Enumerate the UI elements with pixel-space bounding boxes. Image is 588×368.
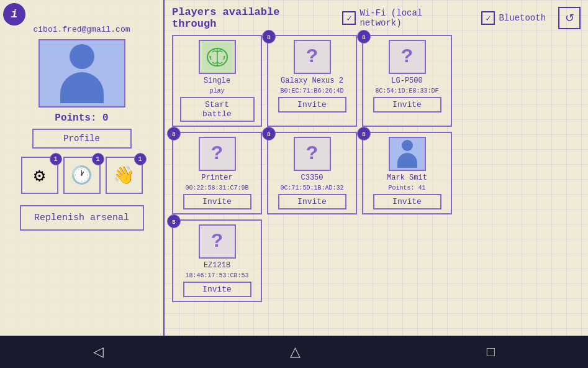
player-card-ez121b: ʙ ? EZ121B 18:46:17:53:CB:53 Invite xyxy=(172,219,262,302)
navigation-bar: ◁ △ □ xyxy=(0,336,588,368)
back-button[interactable]: ◁ xyxy=(81,339,116,365)
bluetooth-option: ✓ Bluetooth xyxy=(481,11,546,25)
bt-badge-lg: ʙ xyxy=(357,30,371,44)
player-card-c3350: ʙ ? C3350 0C:71:5D:1B:AD:32 Invite xyxy=(267,132,357,214)
home-button[interactable]: △ xyxy=(278,339,313,365)
players-grid: Single play Start battle ʙ ? Galaxy Nexu… xyxy=(172,35,581,302)
lg-thumbnail: ? xyxy=(389,40,426,74)
bt-badge-mark: ʙ xyxy=(357,127,371,140)
item-clock[interactable]: 1 🕐 xyxy=(63,157,101,194)
avatar-head xyxy=(70,44,94,69)
wave-icon: 👋 xyxy=(113,165,135,186)
invite-printer-button[interactable]: Invite xyxy=(183,194,251,209)
players-row-1: ʙ ? Printer 00:22:58:31:C7:9B Invite ʙ ?… xyxy=(172,132,581,214)
question-mark-icon: ? xyxy=(211,230,223,253)
bt-badge-ez121b: ʙ xyxy=(167,214,181,228)
ez121b-name: EZ121B xyxy=(204,261,230,270)
ez121b-mac: 18:46:17:53:CB:53 xyxy=(185,272,248,279)
invite-c3350-button[interactable]: Invite xyxy=(278,194,346,209)
c3350-name: C3350 xyxy=(301,173,323,182)
galaxy-thumbnail: ? xyxy=(294,40,331,74)
right-header: Players available through ✓ Wi-Fi (local… xyxy=(172,6,581,30)
refresh-button[interactable]: ↺ xyxy=(558,7,581,29)
person-head xyxy=(402,140,413,151)
person-body xyxy=(397,153,417,168)
players-row-0: Single play Start battle ʙ ? Galaxy Nexu… xyxy=(172,35,581,127)
item-clock-badge: 1 xyxy=(92,153,104,165)
players-row-2: ʙ ? EZ121B 18:46:17:53:CB:53 Invite xyxy=(172,219,581,302)
replenish-arsenal-button[interactable]: Replenish arsenal xyxy=(20,205,144,231)
invite-ez121b-button[interactable]: Invite xyxy=(183,282,251,297)
wifi-option: ✓ Wi-Fi (local network) xyxy=(342,8,469,28)
bt-badge-c3350: ʙ xyxy=(262,127,276,140)
recent-apps-button[interactable]: □ xyxy=(474,339,507,365)
gear-icon: ⚙ xyxy=(34,164,45,187)
c3350-thumbnail: ? xyxy=(294,137,331,171)
printer-thumbnail: ? xyxy=(199,137,236,171)
lg-p500-name: LG-P500 xyxy=(391,76,422,85)
printer-mac: 00:22:58:31:C7:9B xyxy=(185,185,248,191)
ez121b-thumbnail: ? xyxy=(199,224,236,259)
items-row: 1 ⚙ 1 🕐 1 👋 xyxy=(21,157,143,194)
player-card-printer: ʙ ? Printer 00:22:58:31:C7:9B Invite xyxy=(172,132,262,214)
mark-smit-name: Mark Smit xyxy=(387,173,427,182)
email-text: ciboi.fred@gmail.com xyxy=(33,25,130,34)
item-wave-badge: 1 xyxy=(134,153,147,165)
bluetooth-label: Bluetooth xyxy=(499,13,546,23)
player-card-lg-p500: ʙ ? LG-P500 8C:54:1D:E8:33:DF Invite xyxy=(362,35,452,127)
printer-name: Printer xyxy=(201,173,232,182)
bt-badge-galaxy: ʙ xyxy=(262,30,276,44)
info-icon[interactable]: i xyxy=(3,3,25,25)
points-display: Points: 0 xyxy=(55,113,108,124)
galaxy-nexus-mac: B0:EC:71:B6:26:4D xyxy=(280,88,343,94)
single-play-name: Single xyxy=(204,76,230,85)
lg-p500-mac: 8C:54:1D:E8:33:DF xyxy=(375,88,438,94)
mark-smit-thumbnail xyxy=(389,137,426,171)
invite-lg-button[interactable]: Invite xyxy=(373,97,441,113)
question-mark-icon: ? xyxy=(306,142,318,165)
person-avatar xyxy=(397,140,417,168)
item-gear[interactable]: 1 ⚙ xyxy=(21,157,58,194)
item-gear-badge: 1 xyxy=(50,153,62,165)
left-panel: i ciboi.fred@gmail.com Points: 0 Profile… xyxy=(0,0,165,336)
invite-mark-button[interactable]: Invite xyxy=(373,194,441,209)
galaxy-nexus-name: Galaxy Nexus 2 xyxy=(281,76,343,85)
players-title: Players available through xyxy=(172,6,330,30)
clock-icon: 🕐 xyxy=(71,165,93,186)
item-wave[interactable]: 1 👋 xyxy=(106,157,143,194)
avatar-person xyxy=(60,44,104,103)
brain-thumbnail xyxy=(199,40,236,74)
question-mark-icon: ? xyxy=(401,45,413,68)
start-battle-button[interactable]: Start battle xyxy=(180,97,255,122)
wifi-label: Wi-Fi (local network) xyxy=(360,8,469,28)
player-card-galaxy-nexus-2: ʙ ? Galaxy Nexus 2 B0:EC:71:B6:26:4D Inv… xyxy=(267,35,357,127)
right-panel: Players available through ✓ Wi-Fi (local… xyxy=(165,0,588,336)
question-mark-icon: ? xyxy=(211,142,223,165)
bt-badge-printer: ʙ xyxy=(167,127,181,140)
mark-smit-points: Points: 41 xyxy=(388,185,425,191)
player-card-single-play: Single play Start battle xyxy=(172,35,262,127)
wifi-checkbox[interactable]: ✓ xyxy=(342,11,356,25)
player-card-mark-smit: ʙ Mark Smit Points: 41 Invite xyxy=(362,132,452,214)
invite-galaxy-button[interactable]: Invite xyxy=(278,97,346,113)
bluetooth-checkbox[interactable]: ✓ xyxy=(481,11,495,25)
c3350-mac: 0C:71:5D:1B:AD:32 xyxy=(280,185,343,191)
profile-button[interactable]: Profile xyxy=(32,129,132,149)
single-play-sub: play xyxy=(209,88,224,94)
question-mark-icon: ? xyxy=(306,45,318,68)
avatar xyxy=(38,39,125,108)
avatar-body xyxy=(60,72,104,103)
